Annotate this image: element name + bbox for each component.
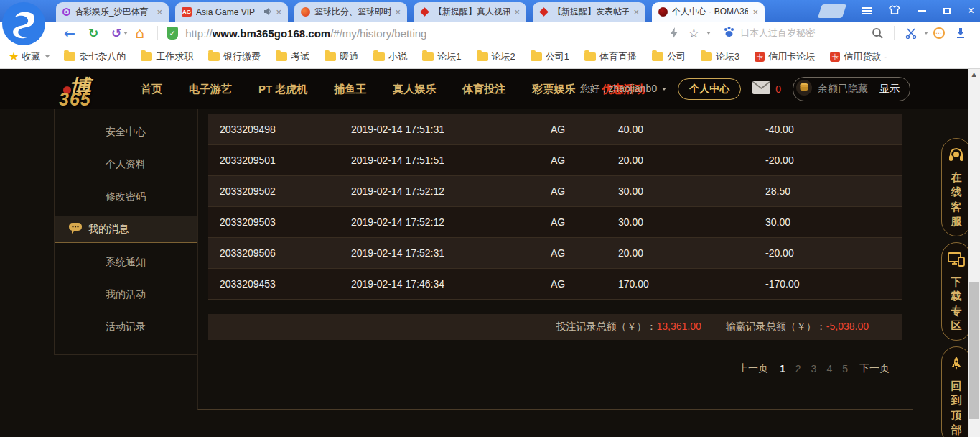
user-greeting[interactable]: 您好 , zhaojianb0	[580, 83, 666, 96]
bookmark-item[interactable]: 论坛3	[701, 50, 739, 63]
bookmark-item[interactable]: 论坛1	[422, 50, 461, 63]
personal-center-button[interactable]: 个人中心	[678, 78, 741, 100]
close-icon[interactable]: ×	[752, 7, 758, 17]
bookmark-item[interactable]: 杂七杂八的	[64, 50, 126, 63]
new-tab-button[interactable]	[818, 4, 846, 18]
close-icon[interactable]: ×	[514, 7, 520, 17]
search-input[interactable]: 日本人过百岁秘密	[723, 26, 867, 40]
cell-time: 2019-02-14 17:46:34	[351, 278, 551, 290]
table-row[interactable]: 2033209506 2019-02-14 17:52:31 AG 20.00 …	[208, 238, 902, 269]
tab-reminder-post[interactable]: 【新提醒】发表帖子 - ×	[533, 2, 645, 22]
bookmark-item[interactable]: 银行缴费	[208, 50, 261, 63]
download-icon[interactable]	[955, 27, 966, 39]
table-row[interactable]: 2033209453 2019-02-14 17:46:34 AG 170.00…	[208, 269, 902, 300]
lightning-icon[interactable]	[670, 27, 678, 39]
page-number[interactable]: 4	[826, 363, 832, 374]
messages-indicator[interactable]: 0	[752, 81, 781, 97]
address-bar-tools: ☆ 日本人过百岁秘密 ⋯	[665, 26, 980, 40]
nav-item[interactable]: 彩票娱乐	[532, 83, 575, 96]
page-number[interactable]: 5	[842, 363, 848, 374]
sidebar-item-label: 系统通知	[106, 256, 146, 269]
bookmark-item[interactable]: 公司1	[531, 50, 569, 63]
bookmark-item[interactable]: 工作求职	[141, 50, 193, 63]
chevron-down-icon[interactable]	[123, 32, 128, 34]
cell-platform: AG	[551, 278, 618, 290]
rocket-icon	[948, 356, 964, 374]
sidebar-item-label: 我的消息	[88, 223, 129, 236]
nav-item[interactable]: 电子游艺	[189, 83, 232, 96]
close-icon[interactable]: ×	[276, 7, 281, 17]
close-icon[interactable]: ×	[633, 7, 639, 17]
restore-icon[interactable]	[943, 8, 951, 14]
folder-icon	[64, 52, 75, 61]
tab-basketball-score[interactable]: 篮球比分、篮球即时比 ×	[294, 2, 407, 22]
balance-show-button[interactable]: 显示	[879, 83, 900, 96]
bookmark-item[interactable]: 体育直播	[584, 50, 637, 63]
sidebar-item[interactable]: 个人资料	[55, 148, 197, 180]
back-to-top-button[interactable]: 回到顶部	[941, 346, 971, 437]
back-icon[interactable]: ←	[64, 27, 75, 40]
nav-item[interactable]: 体育投注	[462, 83, 505, 96]
favorites-label: 收藏	[22, 50, 40, 63]
tab-reminder-live[interactable]: 【新提醒】真人视讯 ×	[414, 2, 526, 22]
online-service-button[interactable]: 在线客服	[941, 138, 971, 236]
refresh-icon[interactable]: ↻	[88, 27, 98, 40]
sidebar-item[interactable]: 系统通知	[55, 246, 197, 278]
tab-asia-game-vip[interactable]: Asia Game VIP ×	[175, 2, 288, 22]
menu-icon[interactable]	[862, 10, 872, 12]
page-number[interactable]: 2	[795, 363, 801, 374]
bookmark-item[interactable]: 暖通	[325, 50, 358, 63]
bookmark-item[interactable]: 公司	[652, 50, 686, 63]
scrollbar-thumb[interactable]	[969, 282, 979, 419]
page-scrollbar[interactable]: ▲	[968, 69, 980, 437]
scroll-up-arrow-icon[interactable]: ▲	[968, 69, 980, 80]
table-row[interactable]: 2033209503 2019-02-14 17:52:12 AG 30.00 …	[208, 207, 902, 238]
home-icon[interactable]: ⌂	[135, 26, 144, 40]
page-number[interactable]: 1	[780, 363, 785, 374]
smiley-menu-icon[interactable]: ⋯	[933, 27, 945, 39]
download-zone-button[interactable]: 下载专区	[941, 242, 971, 341]
close-icon[interactable]: ×	[157, 7, 162, 17]
bet-total-value: 13,361.00	[657, 321, 701, 332]
security-shield-icon[interactable]: ✓	[167, 27, 178, 40]
chevron-down-icon[interactable]	[924, 32, 928, 34]
close-window-icon[interactable]: ×	[968, 5, 974, 17]
bookmark-item[interactable]: 信用贷款 -	[830, 50, 887, 63]
bookmark-item[interactable]: 信用卡论坛	[755, 50, 815, 63]
bookmark-label: 论坛2	[492, 50, 515, 63]
site-logo[interactable]: 博 365	[46, 72, 132, 109]
sidebar-item[interactable]: 我的活动	[55, 278, 197, 310]
nav-item[interactable]: 真人娱乐	[393, 83, 436, 96]
page-number[interactable]: 3	[811, 363, 817, 374]
favorites-menu[interactable]: ★ 收藏	[9, 50, 50, 63]
chevron-down-icon[interactable]	[706, 32, 711, 34]
tab-xingcai-sports[interactable]: 杏彩娱乐_沙巴体育 ×	[56, 2, 169, 22]
prev-page-button[interactable]: 上一页	[738, 362, 768, 375]
cell-time: 2019-02-14 17:51:31	[351, 124, 551, 135]
nav-item[interactable]: PT 老虎机	[258, 83, 307, 96]
bookmark-item[interactable]: 小说	[373, 50, 407, 63]
nav-item[interactable]: 首页	[141, 83, 162, 96]
nav-item[interactable]: 捕鱼王	[334, 83, 366, 96]
tab-personal-center-active[interactable]: 个人中心 - BOMA36 ×	[652, 2, 765, 22]
sidebar-item[interactable]: 我的消息	[55, 216, 197, 243]
sidebar-item-label: 个人资料	[106, 158, 146, 171]
skin-shirt-icon[interactable]	[889, 4, 900, 17]
close-icon[interactable]: ×	[395, 7, 401, 17]
url-field[interactable]: http://www.bm365go168.com/#/my/history/b…	[185, 27, 426, 40]
scissors-screenshot-icon[interactable]	[905, 28, 917, 39]
sidebar-item[interactable]: 活动记录	[55, 310, 197, 343]
sidebar-item[interactable]: 修改密码	[55, 180, 197, 213]
table-row[interactable]: 2033209498 2019-02-14 17:51:31 AG 40.00 …	[208, 114, 902, 145]
table-row[interactable]: 2033209502 2019-02-14 17:52:12 AG 30.00 …	[208, 176, 902, 207]
sidebar-item[interactable]: 安全中心	[55, 116, 197, 148]
sidebar-item-label: 修改密码	[106, 190, 146, 203]
favorite-star-icon[interactable]: ☆	[689, 27, 699, 40]
table-row[interactable]: 2033209501 2019-02-14 17:51:51 AG 20.00 …	[208, 145, 902, 176]
undo-icon[interactable]: ↺	[111, 27, 121, 40]
minimize-icon[interactable]	[918, 10, 926, 12]
search-icon[interactable]	[872, 27, 883, 39]
bookmark-item[interactable]: 考试	[276, 50, 309, 63]
next-page-button[interactable]: 下一页	[859, 362, 890, 375]
bookmark-item[interactable]: 论坛2	[477, 50, 515, 63]
